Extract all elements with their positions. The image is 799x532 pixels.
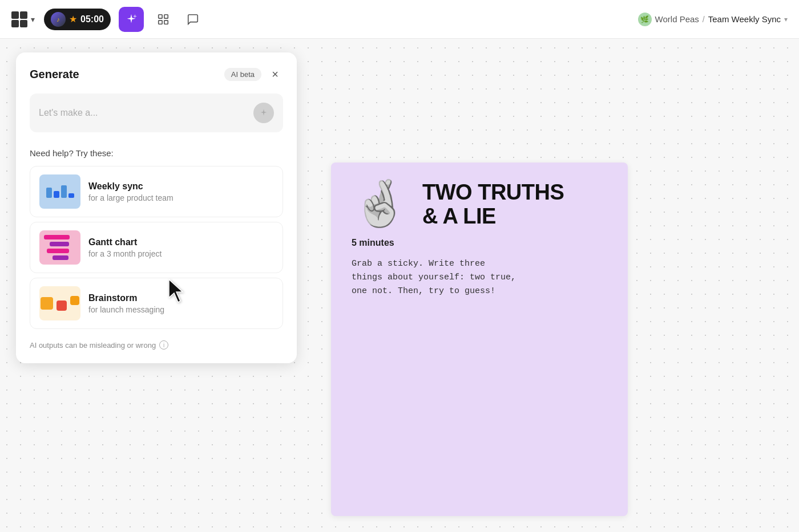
workspace-name: World Peas: [655, 14, 699, 24]
suggestion-desc-brainstorm: for launch messaging: [88, 305, 164, 314]
workspace-icon: 🌿: [638, 13, 652, 26]
timer-star-icon: ★: [69, 14, 77, 25]
panel-footer: AI outputs can be misleading or wrong i: [30, 340, 283, 350]
svg-rect-0: [159, 14, 162, 18]
suggestion-desc-gantt: for a 3 month project: [88, 249, 162, 258]
suggestion-item-weekly-sync[interactable]: Weekly sync for a large product team: [30, 166, 283, 217]
panel-header-right: AI beta ×: [224, 66, 283, 82]
gantt-thumb-content: [39, 230, 80, 265]
logo-cell: [20, 20, 27, 27]
card-duration: 5 minutes: [352, 238, 607, 248]
prompt-placeholder: Let's make a...: [39, 108, 98, 118]
breadcrumb[interactable]: 🌿 World Peas / Team Weekly Sync ▾: [638, 13, 788, 26]
suggestion-item-gantt[interactable]: Gantt chart for a 3 month project: [30, 222, 283, 273]
suggestion-name-weekly: Weekly sync: [88, 181, 173, 192]
grid-icon: [157, 13, 170, 26]
logo-grid-icon: [11, 11, 27, 27]
suggestion-thumbnail-gantt: [39, 230, 80, 265]
prompt-submit-button[interactable]: [253, 103, 274, 123]
card-title-line1: TWO TRUTHS: [422, 181, 564, 205]
suggestion-text-brainstorm: Brainstorm for launch messaging: [88, 293, 164, 314]
weekly-thumb-content: [39, 174, 80, 209]
timer-display: 05:00: [80, 14, 104, 25]
logo-chevron-icon: ▾: [31, 15, 35, 24]
footer-text: AI outputs can be misleading or wrong: [30, 341, 156, 350]
suggestion-name-gantt: Gantt chart: [88, 237, 162, 247]
suggestion-thumbnail-weekly: [39, 174, 80, 209]
toolbar: ▾ ♪ ★ 05:00: [0, 0, 799, 39]
prompt-input-area[interactable]: Let's make a...: [30, 94, 283, 132]
toolbar-right: 🌿 World Peas / Team Weekly Sync ▾: [638, 13, 788, 26]
card-title-block: TWO TRUTHS & A LIE: [422, 181, 564, 229]
app-logo[interactable]: ▾: [11, 11, 35, 27]
timer-button[interactable]: ♪ ★ 05:00: [44, 9, 111, 30]
comments-button[interactable]: [180, 7, 205, 32]
current-page-name: Team Weekly Sync: [708, 14, 781, 24]
suggestion-thumbnail-brainstorm: [39, 286, 80, 320]
close-button[interactable]: ×: [267, 66, 283, 82]
logo-cell: [20, 11, 27, 19]
card-body-text: Grab a sticky. Write three things about …: [352, 257, 607, 298]
sparkle-submit-icon: [259, 108, 268, 117]
card-top: 🤞 TWO TRUTHS & A LIE: [352, 181, 607, 229]
timer-icon: ♪: [51, 12, 66, 27]
suggestion-name-brainstorm: Brainstorm: [88, 293, 164, 303]
brainstorm-thumb-content: [39, 286, 80, 320]
toolbar-left: ▾ ♪ ★ 05:00: [11, 7, 638, 32]
card-content: 🤞 TWO TRUTHS & A LIE 5 minutes Grab a st…: [352, 181, 607, 298]
logo-cell: [11, 11, 19, 19]
svg-rect-2: [159, 20, 162, 23]
canvas-card[interactable]: 🤞 TWO TRUTHS & A LIE 5 minutes Grab a st…: [331, 163, 628, 516]
ai-generate-button[interactable]: [119, 7, 144, 32]
panel-title: Generate: [30, 68, 79, 81]
generate-panel: Generate AI beta × Let's make a... Need …: [16, 52, 297, 363]
svg-rect-3: [164, 20, 168, 23]
help-label: Need help? Try these:: [30, 148, 283, 158]
suggestion-item-brainstorm[interactable]: Brainstorm for launch messaging: [30, 278, 283, 329]
panel-header: Generate AI beta ×: [30, 66, 283, 82]
ai-beta-badge: AI beta: [224, 68, 261, 81]
info-icon[interactable]: i: [159, 340, 168, 350]
crossed-fingers-icon: 🤞: [352, 181, 409, 226]
sparkle-icon: [125, 13, 138, 26]
suggestion-desc-weekly: for a large product team: [88, 193, 173, 202]
logo-cell: [11, 20, 19, 27]
board-view-button[interactable]: [151, 7, 176, 32]
chat-icon: [187, 13, 199, 26]
suggestion-text-weekly: Weekly sync for a large product team: [88, 181, 173, 202]
suggestion-list: Weekly sync for a large product team Gan…: [30, 166, 283, 329]
breadcrumb-chevron-icon: ▾: [784, 15, 788, 23]
card-duration-text: 5 minutes: [352, 238, 394, 247]
breadcrumb-separator: /: [703, 15, 705, 24]
card-title-line2: & A LIE: [422, 205, 564, 229]
suggestion-text-gantt: Gantt chart for a 3 month project: [88, 237, 162, 258]
svg-rect-1: [164, 14, 168, 18]
